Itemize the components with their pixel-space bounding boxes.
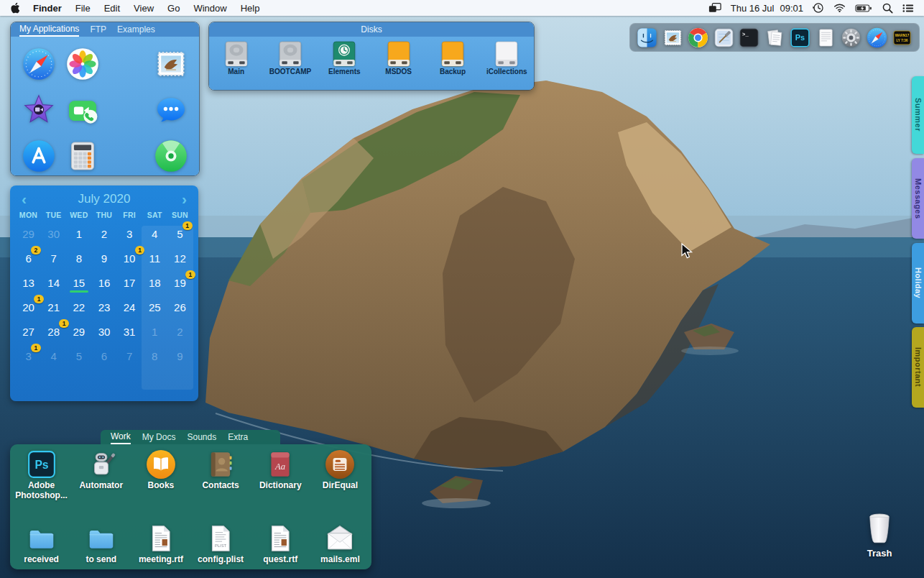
- menu-item-finder[interactable]: Finder: [33, 3, 62, 14]
- app-find-my[interactable]: [149, 134, 194, 176]
- file-dictionary[interactable]: AaDictionary: [251, 449, 310, 518]
- disk-elements[interactable]: Elements: [320, 40, 369, 75]
- calendar-day[interactable]: 11: [142, 246, 167, 270]
- calendar-day[interactable]: 8: [66, 246, 91, 270]
- app-app-store[interactable]: [17, 134, 61, 176]
- file-adobe-photoshop[interactable]: PsAdobe Photoshop...: [11, 449, 71, 518]
- calendar-day[interactable]: 1: [142, 319, 167, 344]
- dock-textedit[interactable]: [816, 27, 836, 48]
- calendar-day[interactable]: 1: [66, 221, 91, 246]
- disk-msdos[interactable]: MSDOS: [374, 40, 423, 75]
- list-icon[interactable]: [902, 4, 914, 13]
- calendar-day[interactable]: 29: [16, 221, 41, 246]
- calendar-day[interactable]: 7: [41, 246, 66, 270]
- wifi-icon[interactable]: [833, 3, 846, 13]
- calendar-day[interactable]: 201: [16, 295, 41, 319]
- calendar-day[interactable]: 27: [16, 319, 41, 344]
- file-automator[interactable]: Automator: [71, 449, 131, 518]
- disk-main[interactable]: Main: [212, 40, 261, 75]
- calendar-day[interactable]: 15: [66, 270, 91, 295]
- calendar-day[interactable]: 51: [167, 221, 193, 246]
- dock-chrome[interactable]: [688, 27, 708, 48]
- calendar-day[interactable]: 9: [91, 246, 116, 270]
- dock-system-preferences[interactable]: [841, 27, 861, 48]
- dock-mail[interactable]: [662, 27, 683, 48]
- calendar-day[interactable]: 12: [167, 246, 193, 270]
- file-to-send[interactable]: to send: [71, 523, 131, 577]
- dock-finder[interactable]: [637, 27, 657, 48]
- files-tab-extra[interactable]: Extra: [228, 431, 248, 444]
- calendar-day[interactable]: 14: [41, 270, 66, 295]
- menu-item-go[interactable]: Go: [167, 3, 180, 14]
- dock-preview[interactable]: [764, 27, 785, 48]
- calendar-day[interactable]: 16: [91, 270, 116, 295]
- app-safari[interactable]: [17, 42, 61, 86]
- menu-item-edit[interactable]: Edit: [104, 3, 120, 14]
- disk-icollections[interactable]: iCollections: [482, 40, 531, 75]
- app-photos[interactable]: [61, 42, 106, 86]
- disk-backup[interactable]: Backup: [428, 40, 477, 75]
- dock-safari[interactable]: [867, 27, 887, 48]
- calendar-day[interactable]: 30: [41, 221, 66, 246]
- menu-item-window[interactable]: Window: [193, 3, 226, 14]
- file-contacts[interactable]: Contacts: [191, 449, 251, 518]
- calendar-day[interactable]: 191: [167, 270, 193, 295]
- calendar-day[interactable]: 5: [66, 344, 91, 368]
- files-tab-work[interactable]: Work: [111, 430, 131, 444]
- calendar-day[interactable]: 2: [91, 221, 116, 246]
- app-calculator[interactable]: [61, 134, 106, 176]
- app-messages[interactable]: [149, 88, 194, 132]
- calendar-day[interactable]: 8: [142, 344, 167, 368]
- time-machine-icon[interactable]: [813, 2, 824, 14]
- calendar-day[interactable]: 24: [117, 295, 142, 319]
- calendar-day[interactable]: 281: [41, 319, 66, 344]
- menu-item-help[interactable]: Help: [241, 3, 260, 14]
- calendar-day[interactable]: 7: [117, 344, 142, 368]
- calendar-day[interactable]: 30: [91, 319, 116, 344]
- side-tab-important[interactable]: Important: [912, 327, 924, 408]
- dock-photoshop[interactable]: Ps: [790, 27, 810, 48]
- calendar-day[interactable]: 26: [167, 295, 193, 319]
- calendar-day[interactable]: 17: [117, 270, 142, 295]
- calendar-day[interactable]: 2: [167, 319, 193, 344]
- battery-charging-icon[interactable]: [855, 4, 873, 13]
- calendar-day[interactable]: 4: [41, 344, 66, 368]
- calendar-day[interactable]: 62: [16, 246, 41, 270]
- calendar-day[interactable]: 29: [66, 319, 91, 344]
- files-tab-sounds[interactable]: Sounds: [187, 431, 216, 444]
- calendar-day[interactable]: 18: [142, 270, 167, 295]
- tab-ftp[interactable]: FTP: [90, 23, 106, 36]
- menu-item-view[interactable]: View: [134, 3, 154, 14]
- app-imovie[interactable]: [17, 88, 61, 132]
- file-mails-eml[interactable]: mails.eml: [310, 523, 370, 577]
- apple-menu-icon[interactable]: [10, 2, 19, 14]
- calendar-prev-button[interactable]: ‹: [22, 193, 27, 206]
- calendar-day[interactable]: 13: [16, 270, 41, 295]
- calendar-next-button[interactable]: ›: [182, 193, 187, 206]
- disk-bootcamp[interactable]: BOOTCAMP: [266, 40, 315, 75]
- calendar-day[interactable]: 31: [16, 344, 41, 368]
- calendar-day[interactable]: 22: [66, 295, 91, 319]
- app-facetime[interactable]: [61, 88, 106, 132]
- calendar-day[interactable]: 25: [142, 295, 167, 319]
- calendar-day[interactable]: 3: [117, 221, 142, 246]
- app-mail[interactable]: [149, 42, 194, 86]
- calendar-day[interactable]: 6: [91, 344, 116, 368]
- file-received[interactable]: received: [11, 523, 71, 577]
- side-tab-holiday[interactable]: Holiday: [912, 243, 924, 324]
- tab-my-applications[interactable]: My Applications: [19, 22, 79, 37]
- side-tab-summer[interactable]: Summer: [912, 76, 924, 154]
- file-quest-rtf[interactable]: quest.rtf: [251, 523, 310, 577]
- files-tab-my-docs[interactable]: My Docs: [142, 431, 176, 444]
- side-tab-messages[interactable]: Messages: [912, 158, 924, 239]
- displays-icon[interactable]: [708, 2, 721, 14]
- calendar-day[interactable]: 101: [117, 246, 142, 270]
- file-books[interactable]: Books: [131, 449, 190, 518]
- file-config-plist[interactable]: PLISTconfig.plist: [191, 523, 251, 577]
- dock-warning-badge[interactable]: WARN17LY 7:36: [892, 27, 913, 48]
- calendar-day[interactable]: 21: [41, 295, 66, 319]
- dock-terminal[interactable]: >_: [739, 27, 759, 48]
- menu-clock[interactable]: Thu 16 Jul 09:01: [731, 3, 803, 14]
- tab-examples[interactable]: Examples: [117, 23, 155, 36]
- search-icon[interactable]: [882, 3, 893, 14]
